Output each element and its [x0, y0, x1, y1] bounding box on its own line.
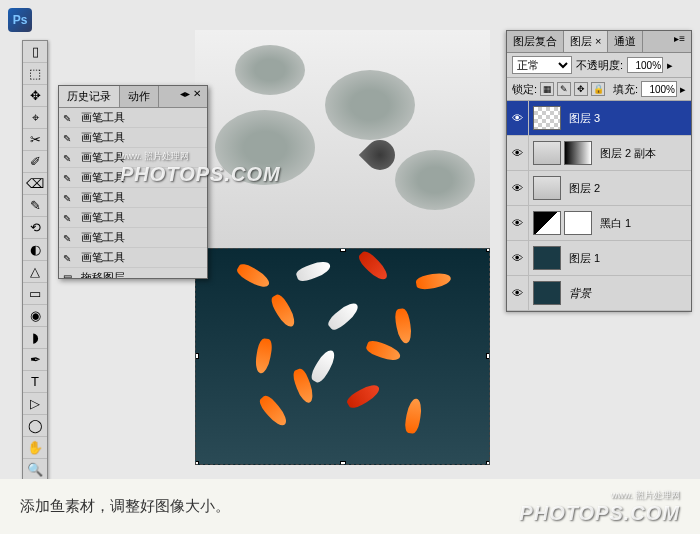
layers-panel: 图层复合 图层 × 通道 ▸≡ 正常 不透明度: ▸ 锁定: ▦ ✎ ✥ 🔒 填… [506, 30, 692, 312]
lock-transparency-icon[interactable]: ▦ [540, 82, 554, 96]
opacity-input[interactable] [627, 57, 663, 73]
tool-move[interactable]: ▯ [23, 41, 47, 63]
fill-input[interactable] [641, 81, 677, 97]
adjustment-thumbnail[interactable] [533, 211, 561, 235]
transform-handle[interactable] [195, 353, 199, 359]
canvas-lotus-layer [195, 30, 490, 248]
layer-name[interactable]: 图层 2 [565, 181, 600, 196]
caption-bar: 添加鱼素材，调整好图像大小。 www. 照片处理网 PHOTOPS.COM [0, 479, 700, 534]
tool-blur[interactable]: ◉ [23, 305, 47, 327]
lock-position-icon[interactable]: ✥ [574, 82, 588, 96]
history-item[interactable]: 画笔工具 [59, 248, 207, 268]
tool-lasso[interactable]: ✥ [23, 85, 47, 107]
history-label: 画笔工具 [81, 230, 125, 245]
tool-stamp[interactable]: ⟲ [23, 217, 47, 239]
tool-eraser[interactable]: △ [23, 261, 47, 283]
visibility-toggle[interactable]: 👁 [507, 276, 529, 310]
lock-label: 锁定: [512, 82, 537, 97]
tool-crop[interactable]: ✂ [23, 129, 47, 151]
layer-name[interactable]: 黑白 1 [596, 216, 631, 231]
layer-name[interactable]: 图层 2 副本 [596, 146, 656, 161]
visibility-toggle[interactable]: 👁 [507, 171, 529, 205]
ps-logo: Ps [8, 8, 32, 32]
history-item[interactable]: 拖移图层 [59, 268, 207, 278]
lock-pixels-icon[interactable]: ✎ [557, 82, 571, 96]
eye-icon: 👁 [512, 147, 523, 159]
tool-path[interactable]: ▷ [23, 393, 47, 415]
tool-pen[interactable]: ✒ [23, 349, 47, 371]
tab-channels[interactable]: 通道 [608, 31, 643, 52]
canvas-koi-layer-transform[interactable] [195, 248, 490, 466]
tool-wand[interactable]: ⌖ [23, 107, 47, 129]
eye-icon: 👁 [512, 287, 523, 299]
layer-name[interactable]: 背景 [565, 286, 591, 301]
tool-gradient[interactable]: ▭ [23, 283, 47, 305]
tool-eyedropper[interactable]: ✐ [23, 151, 47, 173]
tab-layers[interactable]: 图层 × [564, 31, 608, 52]
layer-row[interactable]: 👁 背景 [507, 276, 691, 311]
transform-handle[interactable] [195, 461, 199, 465]
history-tabs: 历史记录 动作 ◂▸ ✕ [59, 86, 207, 108]
opacity-label: 不透明度: [576, 58, 623, 73]
close-icon[interactable]: ◂▸ ✕ [174, 86, 207, 107]
tab-layer-comps[interactable]: 图层复合 [507, 31, 564, 52]
tool-hand[interactable]: ✋ [23, 437, 47, 459]
mask-thumbnail[interactable] [564, 211, 592, 235]
transform-handle[interactable] [486, 461, 490, 465]
document-icon [63, 272, 77, 279]
visibility-toggle[interactable]: 👁 [507, 241, 529, 275]
tool-history-brush[interactable]: ◐ [23, 239, 47, 261]
layer-thumbnail[interactable] [533, 141, 561, 165]
history-label: 画笔工具 [81, 170, 125, 185]
visibility-toggle[interactable]: 👁 [507, 206, 529, 240]
eye-icon: 👁 [512, 217, 523, 229]
transform-handle[interactable] [486, 353, 490, 359]
transform-handle[interactable] [486, 248, 490, 252]
tool-zoom[interactable]: 🔍 [23, 459, 47, 481]
layer-name[interactable]: 图层 3 [565, 111, 600, 126]
layer-list: 👁 图层 3 👁 图层 2 副本 👁 图层 2 👁 黑白 1 👁 图层 1 👁 [507, 101, 691, 311]
history-item[interactable]: 画笔工具 [59, 188, 207, 208]
history-item[interactable]: 画笔工具 [59, 128, 207, 148]
lock-row: 锁定: ▦ ✎ ✥ 🔒 填充: ▸ [507, 78, 691, 101]
canvas[interactable] [195, 30, 490, 465]
history-item[interactable]: 画笔工具 [59, 208, 207, 228]
tool-type[interactable]: T [23, 371, 47, 393]
layer-thumbnail[interactable] [533, 281, 561, 305]
eye-icon: 👁 [512, 112, 523, 124]
transform-handle[interactable] [340, 248, 346, 252]
history-label: 画笔工具 [81, 130, 125, 145]
layer-row[interactable]: 👁 黑白 1 [507, 206, 691, 241]
tool-marquee[interactable]: ⬚ [23, 63, 47, 85]
dropdown-icon[interactable]: ▸ [667, 59, 673, 72]
visibility-toggle[interactable]: 👁 [507, 136, 529, 170]
panel-menu-icon[interactable]: ▸≡ [668, 31, 691, 52]
dropdown-icon[interactable]: ▸ [680, 83, 686, 96]
layer-row[interactable]: 👁 图层 3 [507, 101, 691, 136]
layer-row[interactable]: 👁 图层 2 [507, 171, 691, 206]
visibility-toggle[interactable]: 👁 [507, 101, 529, 135]
transform-handle[interactable] [340, 461, 346, 465]
tool-heal[interactable]: ⌫ [23, 173, 47, 195]
layer-row[interactable]: 👁 图层 2 副本 [507, 136, 691, 171]
brush-icon [63, 172, 77, 184]
history-item[interactable]: 画笔工具 [59, 168, 207, 188]
tab-history[interactable]: 历史记录 [59, 86, 120, 107]
layer-thumbnail[interactable] [533, 246, 561, 270]
layer-thumbnail[interactable] [533, 176, 561, 200]
tool-dodge[interactable]: ◗ [23, 327, 47, 349]
tab-actions[interactable]: 动作 [120, 86, 159, 107]
mask-thumbnail[interactable] [564, 141, 592, 165]
history-item[interactable]: 画笔工具 [59, 148, 207, 168]
brush-icon [63, 152, 77, 164]
history-item[interactable]: 画笔工具 [59, 108, 207, 128]
tool-brush[interactable]: ✎ [23, 195, 47, 217]
layer-thumbnail[interactable] [533, 106, 561, 130]
tool-shape[interactable]: ◯ [23, 415, 47, 437]
layer-row[interactable]: 👁 图层 1 [507, 241, 691, 276]
history-label: 画笔工具 [81, 190, 125, 205]
history-item[interactable]: 画笔工具 [59, 228, 207, 248]
blend-mode-select[interactable]: 正常 [512, 56, 572, 74]
layer-name[interactable]: 图层 1 [565, 251, 600, 266]
lock-all-icon[interactable]: 🔒 [591, 82, 605, 96]
